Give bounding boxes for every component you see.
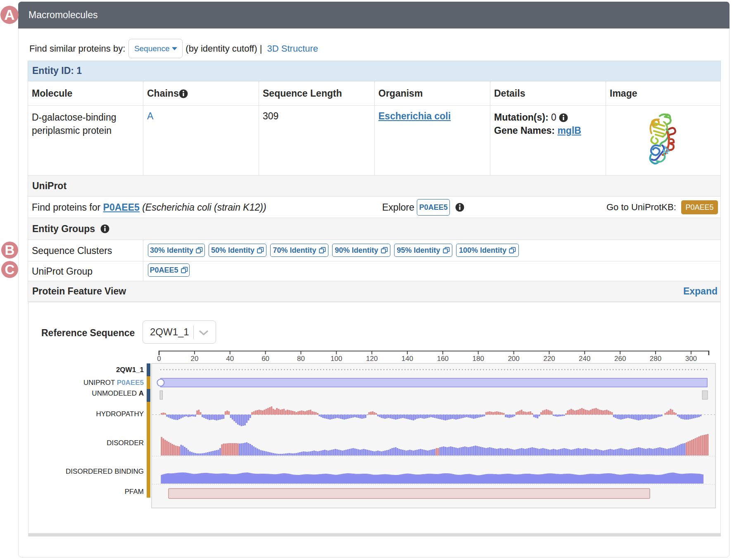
svg-text:300: 300 (685, 355, 697, 363)
svg-text:100: 100 (330, 355, 342, 363)
svg-text:160: 160 (437, 355, 449, 363)
svg-text:280: 280 (650, 355, 661, 363)
svg-text:260: 260 (614, 355, 626, 363)
svg-text:120: 120 (366, 355, 378, 363)
svg-text:20: 20 (190, 355, 198, 363)
svg-text:PFAM: PFAM (125, 488, 144, 496)
svg-text:UNIPROT P0AEE5: UNIPROT P0AEE5 (83, 379, 144, 387)
svg-text:DISORDER: DISORDER (107, 439, 144, 447)
svg-text:UNMODELED A: UNMODELED A (92, 389, 144, 397)
svg-text:80: 80 (297, 355, 305, 363)
svg-text:HYDROPATHY: HYDROPATHY (96, 410, 144, 418)
svg-text:0: 0 (157, 355, 161, 363)
svg-text:200: 200 (508, 355, 519, 363)
svg-text:40: 40 (226, 355, 234, 363)
svg-text:DISORDERED BINDING: DISORDERED BINDING (66, 467, 144, 475)
svg-text:240: 240 (579, 355, 590, 363)
svg-text:2QW1_1: 2QW1_1 (116, 366, 144, 374)
svg-text:220: 220 (543, 355, 555, 363)
svg-text:180: 180 (473, 355, 484, 363)
svg-text:140: 140 (402, 355, 413, 363)
svg-text:60: 60 (261, 355, 269, 363)
